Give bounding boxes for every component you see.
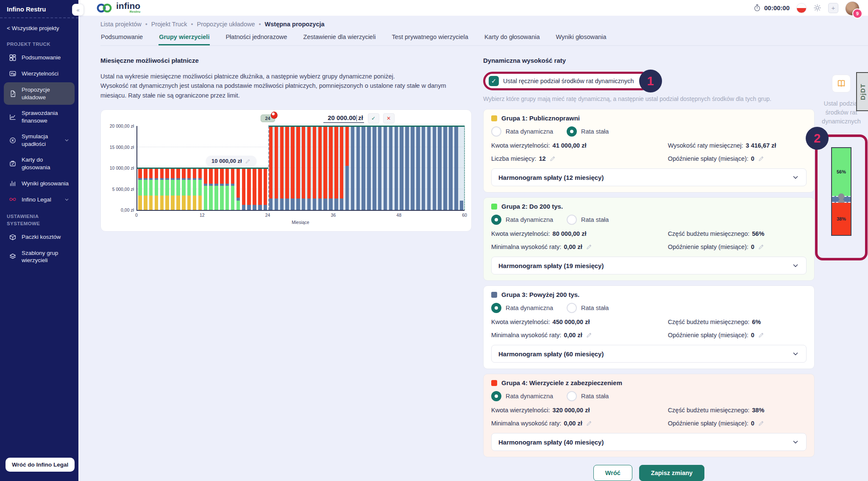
annotation-step-1-badge: 1 (639, 70, 662, 92)
back-button[interactable]: Wróć (593, 465, 632, 481)
slider-handle-band[interactable] (832, 196, 851, 203)
back-to-projects-link[interactable]: < Wszystkie projekty (0, 22, 78, 36)
chart-plot-area[interactable]: 0,00 zł5 000,00 zł10 000,00 zł15 000,00 … (136, 126, 465, 211)
pencil-icon[interactable] (549, 155, 556, 162)
infino-logo: infino Restru (95, 2, 140, 14)
manual-split-checkbox[interactable]: ✓ (489, 76, 499, 86)
tab-płatności-jednorazowe[interactable]: Płatności jednorazowe (225, 33, 287, 45)
pencil-icon[interactable] (586, 420, 593, 427)
cancel-limit-button[interactable]: ✕ (383, 113, 395, 123)
pencil-icon[interactable] (758, 332, 765, 338)
add-button[interactable]: + (828, 3, 838, 13)
sidebar-item-infino-legal[interactable]: Infino Legal (4, 192, 75, 207)
schedule-accordion[interactable]: Harmonogram spłaty (19 miesięcy) (491, 257, 807, 274)
month-divider-handle[interactable]: 24 (260, 115, 275, 122)
sidebar: Infino Restru « < Wszystkie projekty PRO… (0, 0, 78, 481)
pencil-icon (245, 158, 251, 164)
annotation-step-2-highlight: 2 56%38% (815, 134, 868, 260)
radio-rata-stala[interactable]: Rata stała (567, 303, 609, 313)
sidebar-item-wierzytelności[interactable]: Wierzytelności (4, 66, 75, 81)
pencil-icon[interactable] (758, 155, 765, 162)
schedule-accordion[interactable]: Harmonogram spłaty (40 miesięcy) (491, 433, 807, 451)
radio-rata-stala[interactable]: Rata stała (567, 126, 609, 137)
field-label: Kwota wierzytelności: (491, 319, 550, 325)
field-value: 6% (752, 319, 761, 325)
radio-rata-dynamiczna[interactable]: Rata dynamiczna (491, 303, 553, 313)
app-root: Infino Restru « < Wszystkie projekty PRO… (0, 0, 868, 481)
breadcrumb-item[interactable]: Propozycje układowe (197, 21, 255, 28)
field-label: Kwota wierzytelności: (491, 142, 550, 149)
chart-limit-line[interactable] (137, 168, 268, 169)
left-limit-label[interactable]: 10 000,00 zł (206, 156, 256, 166)
infinity-logo-icon (95, 3, 113, 14)
limit-input[interactable]: 20 000.00zł (323, 114, 364, 123)
manual-split-checkbox-label[interactable]: Ustal ręcznie podział środków rat dynami… (503, 78, 634, 84)
group-card: Grupa 1: Publicznoprawni Rata dynamiczna… (483, 109, 815, 193)
group-card: Grupa 2: Do 200 tys. Rata dynamiczna Rat… (483, 197, 815, 281)
radio-icon (567, 303, 577, 313)
chart-y-tick-label: 15 000,00 zł (107, 145, 134, 150)
breadcrumb-item[interactable]: Projekt Truck (151, 21, 187, 28)
sidebar-collapse-button[interactable]: « (72, 4, 84, 16)
tab-grupy-wierzycieli[interactable]: Grupy wierzycieli (159, 33, 210, 45)
sidebar-item-wyniki-głosowania[interactable]: Wyniki głosowania (4, 176, 75, 191)
pencil-icon[interactable] (758, 243, 765, 250)
tab-test-prywatnego-wierzyciela[interactable]: Test prywatnego wierzyciela (391, 33, 469, 45)
chart-limit-line[interactable] (268, 126, 465, 127)
help-book-button[interactable] (832, 75, 851, 92)
breadcrumb-item: Wstępna propozycja (265, 21, 325, 28)
main-area: infino Restru 00:00:00 (78, 0, 868, 481)
group-field: Opóźnienie spłaty (miesiące):0 (668, 155, 807, 162)
pencil-icon[interactable] (586, 243, 593, 250)
breadcrumb-item[interactable]: Lista projektów (100, 21, 142, 28)
tab-zestawienie-dla-wierzycieli[interactable]: Zestawienie dla wierzycieli (303, 33, 376, 45)
pencil-icon[interactable] (586, 332, 593, 338)
description-line-1: Ustal na wykresie miesięczne możliwości … (100, 73, 395, 80)
sidebar-item-paczki-kosztów[interactable]: Paczki kosztów (4, 229, 75, 245)
theme-toggle-sun-icon[interactable] (813, 4, 821, 12)
chart-bar (307, 126, 311, 210)
polish-flag-icon[interactable] (796, 3, 807, 13)
chart-bar (422, 126, 425, 210)
sidebar-item-szablony-grup-wierzycieli[interactable]: Szablony grup wierzycieli (4, 246, 75, 268)
radio-rata-stala[interactable]: Rata stała (567, 215, 609, 225)
budget-allocation-slider[interactable]: 56%38% (831, 147, 851, 236)
group-card: Grupa 3: Powyżej 200 tys. Rata dynamiczn… (483, 285, 815, 369)
chart-bar (351, 126, 354, 210)
confirm-limit-button[interactable]: ✓ (368, 113, 379, 123)
radio-rata-dynamiczna[interactable]: Rata dynamiczna (491, 126, 553, 137)
chevron-down-icon (64, 137, 70, 143)
sidebar-item-podsumowanie[interactable]: Podsumowanie (4, 50, 75, 65)
sidebar-item-karty-do-głosowania[interactable]: Karty do głosowania (4, 152, 75, 175)
chart-bar (411, 126, 414, 210)
rate-type-radios: Rata dynamiczna Rata stała (491, 303, 807, 313)
chart-bar (405, 126, 409, 210)
chart-bar (296, 126, 300, 210)
field-value: 0 (751, 243, 754, 250)
radio-rata-stala[interactable]: Rata stała (567, 391, 609, 401)
user-avatar[interactable]: 9 (845, 1, 859, 15)
sidebar-item-propozycje-układowe[interactable]: Propozycje układowe (4, 82, 75, 105)
return-to-infino-legal-button[interactable]: Wróć do Infino Legal (6, 458, 75, 472)
project-section-label: PROJEKT TRUCK (0, 36, 78, 49)
tab-wyniki-głosowania[interactable]: Wyniki głosowania (555, 33, 606, 45)
chart-month-divider-line[interactable] (268, 126, 269, 210)
sidebar-item-label: Infino Legal (22, 196, 51, 204)
sidebar-item-label: Szablony grup wierzycieli (22, 249, 70, 264)
field-label: Minimalna wysokość raty: (491, 420, 561, 427)
schedule-accordion[interactable]: Harmonogram spłaty (12 miesięcy) (491, 168, 807, 186)
radio-rata-dynamiczna[interactable]: Rata dynamiczna (491, 215, 553, 225)
group-color-swatch (491, 115, 497, 121)
sidebar-item-symulacja-upadłości[interactable]: Symulacja upadłości (4, 129, 75, 151)
sidebar-item-sprawozdania-finansowe[interactable]: Sprawozdania finansowe (4, 106, 75, 128)
groups-helper-text: Wybierz które grupy mają mieć ratę dynam… (483, 95, 815, 102)
schedule-accordion[interactable]: Harmonogram spłaty (60 miesięcy) (491, 345, 807, 363)
timer-value: 00:00:00 (764, 4, 790, 11)
tab-karty-do-głosowania[interactable]: Karty do głosowania (484, 33, 540, 45)
radio-rata-dynamiczna[interactable]: Rata dynamiczna (491, 391, 553, 401)
pencil-icon[interactable] (758, 420, 765, 427)
group-fields: Kwota wierzytelności:450 000,00 złCzęść … (491, 319, 807, 338)
djdt-toolbar-handle[interactable]: DjDT (856, 72, 868, 111)
save-changes-button[interactable]: Zapisz zmiany (639, 465, 704, 481)
tab-podsumowanie[interactable]: Podsumowanie (100, 33, 143, 45)
